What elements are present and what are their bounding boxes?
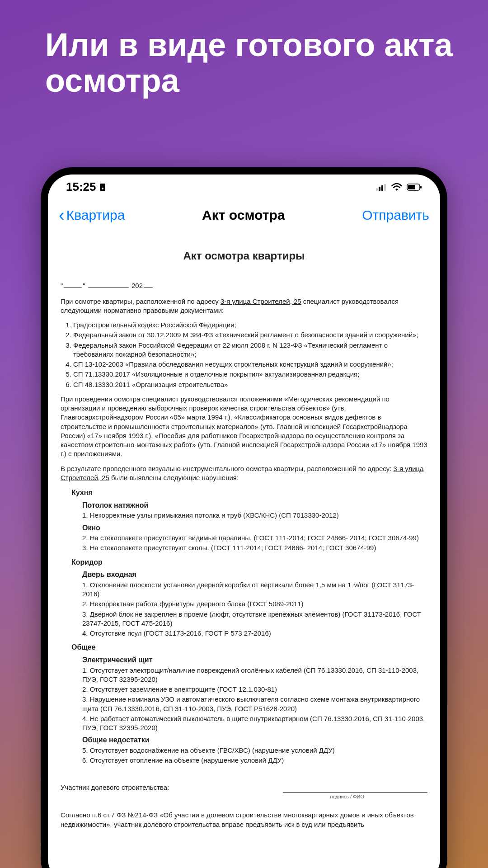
defect-item: 4. Отсутствие псул (ГОСТ 31173-2016, ГОС… (82, 629, 427, 638)
room-heading: Общее (71, 642, 427, 652)
sub-heading: Электрический щит (82, 655, 427, 665)
battery-icon (407, 184, 422, 191)
defect-item: 5. Отсутствует водоснабжение на объекте … (82, 746, 427, 755)
doc-laws-list: Градостроительный кодекс Российской Феде… (61, 321, 427, 389)
doc-intro: При осмотре квартиры, расположенной по а… (61, 297, 427, 316)
defect-item: 1. Отклонение плоскости установки дверно… (82, 580, 427, 599)
law-item: СП 71.13330.2017 «Изоляционные и отделоч… (73, 370, 427, 379)
sub-heading: Окно (82, 523, 427, 533)
defect-item: 4. Не работает автоматический выключател… (82, 714, 427, 733)
sub-heading: Дверь входная (82, 570, 427, 580)
navigation-bar: ‹ Квартира Акт осмотра Отправить (48, 198, 440, 235)
svg-rect-5 (384, 184, 386, 191)
law-item: Федеральный закон от 30.12.2009 М 384-ФЗ… (73, 330, 427, 340)
law-item: Федеральный закон Российской Федерации о… (73, 341, 427, 359)
law-item: СП 48.13330.2011 «Организация строительс… (73, 380, 427, 389)
doc-method: При проведении осмотра специалист руково… (61, 395, 427, 459)
defect-item: 3. Дверной блок не закреплен в проеме (л… (82, 610, 427, 628)
document-viewer[interactable]: Акт осмотра квартиры "" 202 При осмотре … (48, 235, 440, 868)
sub-heading: Общие недостатки (82, 735, 427, 745)
defect-item: 2. На стеклопакете присутствуют видимые … (82, 533, 427, 542)
back-button[interactable]: ‹ Квартира (59, 207, 125, 224)
defect-item: 1. Отсутствует электрощит/наличие повреж… (82, 666, 427, 684)
room-heading: Кухня (71, 488, 427, 498)
doc-result: В результате проведенного визуально-инст… (61, 464, 427, 483)
wifi-icon (391, 183, 402, 191)
defect-item: 3. На стеклопакете присутствуют сколы. (… (82, 543, 427, 552)
svg-rect-7 (408, 185, 415, 189)
defect-item: 6. Отсутствует отопление на объекте (нар… (82, 756, 427, 765)
doc-date-line: "" 202 (61, 281, 427, 290)
room-heading: Коридор (71, 557, 427, 567)
svg-rect-8 (420, 186, 422, 189)
marketing-headline: Или в виде готового акта осмотра (45, 27, 488, 99)
send-button[interactable]: Отправить (362, 208, 429, 223)
signature-block: Участник долевого строительства: подпись… (61, 783, 427, 800)
phone-frame: 15:25 (41, 167, 447, 868)
signature-caption: подпись / ФИО (61, 793, 427, 800)
svg-rect-0 (100, 184, 105, 191)
defect-item: 1. Некорректные узлы примыкания потолка … (82, 511, 427, 520)
sim-card-icon (99, 183, 106, 192)
svg-rect-3 (379, 187, 380, 191)
back-label: Квартира (66, 208, 125, 223)
doc-legal: Согласно п.6 ст.7 ФЗ №214-ФЗ «Об участии… (61, 811, 427, 829)
sub-heading: Потолок натяжной (82, 500, 427, 510)
law-item: СП 13-102-2003 «Правила обследования нес… (73, 360, 427, 369)
defects-section: Кухня Потолок натяжной 1. Некорректные у… (61, 488, 427, 765)
status-time: 15:25 (66, 180, 96, 194)
defect-item: 2. Некорректная работа фурнитуры дверног… (82, 599, 427, 609)
cellular-icon (376, 184, 387, 191)
svg-rect-2 (376, 188, 378, 191)
svg-rect-4 (381, 185, 383, 191)
doc-title: Акт осмотра квартиры (61, 249, 427, 263)
law-item: Градостроительный кодекс Российской Феде… (73, 321, 427, 330)
chevron-left-icon: ‹ (59, 207, 65, 224)
phone-screen: 15:25 (48, 175, 440, 868)
defect-item: 3. Нарушение номинала УЗО и автоматическ… (82, 695, 427, 713)
status-bar: 15:25 (48, 175, 440, 198)
page-title: Акт осмотра (202, 208, 285, 223)
svg-point-1 (102, 188, 103, 189)
defect-item: 2. Отсутствует заземление в электрощите … (82, 685, 427, 694)
